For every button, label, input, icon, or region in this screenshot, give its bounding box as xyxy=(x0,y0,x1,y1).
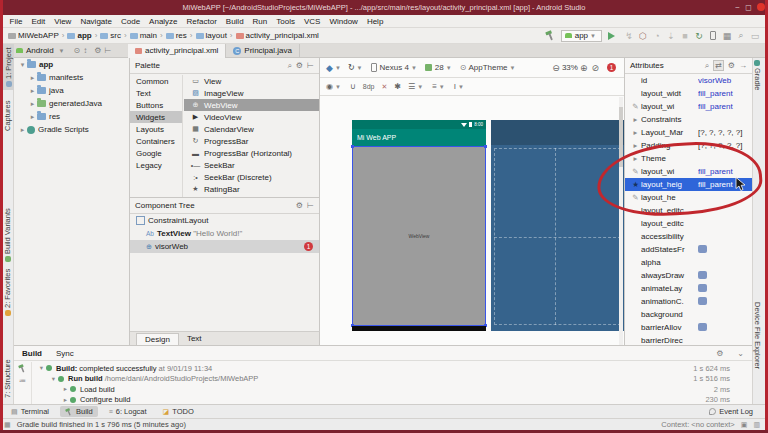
build-tab[interactable]: Build xyxy=(22,349,42,358)
sdk-manager-icon[interactable]: ▦ xyxy=(720,30,734,42)
build-row-run-build[interactable]: ▾Run build /home/dani/AndroidStudioProje… xyxy=(33,374,752,385)
menu-view[interactable]: View xyxy=(50,17,76,26)
tool-button-gradle[interactable]: Gradle xyxy=(753,60,762,91)
attr-row-layout-width-fav[interactable]: ✎layout_wifill_parent xyxy=(625,165,752,178)
design-error-badge[interactable]: 1 xyxy=(607,63,616,72)
run-config-dropdown[interactable]: app ▼ xyxy=(561,30,602,42)
tree-item-gradle-scripts[interactable]: ▸Gradle Scripts xyxy=(14,123,129,136)
breadcrumb-res[interactable]: res› xyxy=(166,31,194,40)
profile-icon[interactable]: ◔ xyxy=(650,30,664,42)
restart-build-icon[interactable] xyxy=(18,364,27,373)
attr-row-addstatesfromchildren[interactable]: addStatesFr xyxy=(625,243,752,256)
breadcrumb-layout[interactable]: layout› xyxy=(196,31,234,40)
component-textview[interactable]: AbTextView "Hello World!" xyxy=(130,227,319,240)
tool-button-device-file-explorer[interactable]: Device File Explorer xyxy=(753,302,762,369)
search-icon[interactable]: ⌕ xyxy=(287,61,291,71)
palette-item-ratingbar[interactable]: ★RatingBar xyxy=(184,183,319,195)
attach-debugger-icon[interactable]: ⇣ xyxy=(664,30,678,42)
build-hammer-icon[interactable] xyxy=(545,30,556,41)
tab-principal-java[interactable]: C Principal.java xyxy=(226,44,300,58)
breadcrumb-project[interactable]: MiWebAPP› xyxy=(8,31,65,40)
tool-button-favorites[interactable]: 2: Favorites xyxy=(3,269,12,316)
settings-icon[interactable]: ⚙ xyxy=(296,201,303,210)
palette-item-webview[interactable]: ⊕WebView xyxy=(184,99,319,111)
attr-row-layout-editor-y[interactable]: layout_editc xyxy=(625,217,752,230)
search-icon[interactable]: ⌕ xyxy=(705,61,709,71)
sync-gradle-icon[interactable]: ↻ xyxy=(692,30,706,42)
tool-button-build-variants[interactable]: Build Variants xyxy=(3,208,12,262)
boolean-toggle-icon[interactable] xyxy=(698,284,707,292)
attr-row-id[interactable]: idvisorWeb xyxy=(625,74,752,87)
lock-icon[interactable]: ▣ xyxy=(741,421,748,429)
stop-icon[interactable]: ■ xyxy=(678,30,692,42)
scroll-from-source-icon[interactable]: ⊙ xyxy=(74,46,81,55)
clear-constraints-icon[interactable]: ✕ xyxy=(381,83,387,91)
component-constraintlayout[interactable]: ConstraintLayout xyxy=(130,214,319,227)
menu-code[interactable]: Code xyxy=(116,17,144,26)
tool-button-structure[interactable]: 7: Structure xyxy=(3,359,12,398)
component-visorweb[interactable]: ⊕visorWeb1 xyxy=(130,240,319,253)
toolwindow-build[interactable]: Build xyxy=(60,406,98,417)
attr-row-layout-width-resolved[interactable]: ✎layout_wifill_parent xyxy=(625,100,752,113)
menu-analyze[interactable]: Analyze xyxy=(145,17,182,26)
zoom-in-icon[interactable]: ⊕ xyxy=(580,63,588,73)
search-everywhere-icon[interactable]: ⌕ xyxy=(734,30,748,42)
menu-file[interactable]: File xyxy=(5,17,27,26)
design-mode-icon[interactable]: ◆ xyxy=(326,63,333,73)
boolean-toggle-icon[interactable] xyxy=(698,245,707,253)
tree-item-res[interactable]: ▸res xyxy=(14,110,129,123)
project-view-selector[interactable]: Android xyxy=(26,46,54,55)
palette-item-imageview[interactable]: ▨ImageView xyxy=(184,87,319,99)
avd-manager-icon[interactable] xyxy=(706,30,720,42)
debug-icon[interactable]: ⬡ xyxy=(636,30,650,42)
build-row-configure-build[interactable]: ▸Configure build230 ms xyxy=(33,395,752,405)
layout-inspector-icon[interactable]: ▭ xyxy=(748,30,762,42)
hide-panel-icon[interactable]: ⊢ xyxy=(104,46,111,55)
run-button[interactable] xyxy=(608,32,615,40)
view-all-attributes-icon[interactable]: ⇄ xyxy=(713,60,724,71)
palette-cat-buttons[interactable]: Buttons xyxy=(130,99,182,111)
attr-row-layout-width[interactable]: layout_widtfill_parent xyxy=(625,87,752,100)
tool-button-captures[interactable]: Captures xyxy=(3,101,12,131)
hide-panel-icon[interactable]: ⊢ xyxy=(307,61,314,70)
design-preview-phone[interactable]: 8:00 Mi Web APP WebView xyxy=(352,120,486,331)
palette-cat-widgets[interactable]: Widgets xyxy=(130,111,182,123)
zoom-out-icon[interactable]: ⊖ xyxy=(552,63,560,73)
palette-item-calendarview[interactable]: ▦CalendarView xyxy=(184,123,319,135)
hide-panel-icon[interactable]: → xyxy=(739,61,747,70)
settings-icon[interactable]: ⚙ xyxy=(296,61,303,70)
attr-group-layout-margin[interactable]: ▸Layout_Mar[?, ?, ?, ?, ?] xyxy=(625,126,752,139)
blueprint-preview[interactable] xyxy=(491,120,624,331)
tab-activity-principal-xml[interactable]: activity_principal.xml xyxy=(128,44,226,58)
view-options-icon[interactable]: ◉▼ xyxy=(326,82,343,91)
api-selector[interactable]: 28 xyxy=(435,63,444,72)
hide-panel-icon[interactable]: ⊢ xyxy=(307,201,314,210)
attr-row-animatelayoutchanges[interactable]: animateLay xyxy=(625,282,752,295)
device-selector[interactable]: Nexus 4 xyxy=(380,63,409,72)
design-scrollbar[interactable] xyxy=(619,97,623,345)
palette-cat-layouts[interactable]: Layouts xyxy=(130,123,182,135)
event-log-button[interactable]: Event Log xyxy=(704,406,758,417)
attr-row-animationcache[interactable]: animationC. xyxy=(625,295,752,308)
attr-row-alwaysdrawnwithcache[interactable]: alwaysDraw xyxy=(625,269,752,282)
tab-text[interactable]: Text xyxy=(179,333,210,344)
design-canvas[interactable]: 8:00 Mi Web APP WebView xyxy=(320,97,624,345)
palette-cat-google[interactable]: Google xyxy=(130,147,182,159)
palette-cat-legacy[interactable]: Legacy xyxy=(130,159,182,171)
webview-component[interactable]: WebView xyxy=(352,146,486,326)
palette-cat-containers[interactable]: Containers xyxy=(130,135,182,147)
menu-edit[interactable]: Edit xyxy=(27,17,50,26)
default-margins-icon[interactable]: 8dp xyxy=(363,83,375,90)
menu-help[interactable]: Help xyxy=(362,17,387,26)
maximize-button[interactable]: ◻ xyxy=(744,3,753,12)
settings-icon[interactable]: ⚙ xyxy=(728,61,735,70)
attr-row-alpha[interactable]: alpha xyxy=(625,256,752,269)
attr-row-layout-editor-x[interactable]: layout_editc xyxy=(625,204,752,217)
tree-item-generated-java[interactable]: ▸generatedJava xyxy=(14,97,129,110)
attr-row-layout-height-selected[interactable]: ★layout_heigfill_parent xyxy=(625,178,752,191)
palette-item-view[interactable]: ▭View xyxy=(184,75,319,87)
palette-item-videoview[interactable]: ▶VideoView xyxy=(184,111,319,123)
boolean-toggle-icon[interactable] xyxy=(698,297,707,305)
tree-item-java[interactable]: ▸java xyxy=(14,84,129,97)
palette-item-seekbar-discrete[interactable]: :•SeekBar (Discrete) xyxy=(184,171,319,183)
